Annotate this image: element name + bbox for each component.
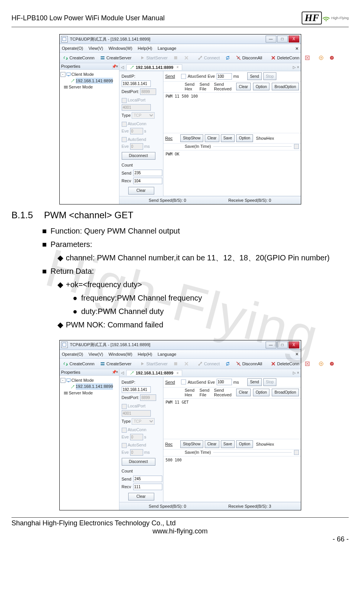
svg-point-18 [198, 364, 200, 366]
eve-label: Eve [208, 74, 215, 78]
eve-input[interactable] [217, 73, 232, 80]
ok-line: +ok=<frequency duty> [66, 280, 142, 289]
clear-count-button[interactable]: Clear [128, 493, 154, 500]
send-speed: Send Speed(B/S): 0 [149, 504, 186, 509]
options-icon[interactable] [317, 360, 326, 367]
send-option-button[interactable]: Option [253, 389, 269, 396]
disconn-all-button[interactable]: DisconnAll [234, 360, 264, 367]
send-button[interactable]: Send [247, 72, 261, 80]
rec-save-button[interactable]: Save [221, 134, 235, 142]
minimize-button[interactable]: — [266, 36, 276, 43]
rec-clear-button[interactable]: Clear [205, 440, 219, 448]
mdi-close-icon[interactable]: × [295, 46, 299, 51]
dest-ip-input[interactable] [122, 386, 151, 393]
auto-conn-eve-input [130, 128, 143, 134]
menu-help[interactable]: Help(H) [138, 46, 152, 51]
help-icon[interactable]: ? [327, 360, 336, 367]
menu-language[interactable]: Language [158, 46, 176, 51]
auto-send-label: AtuoSend [188, 74, 206, 78]
server-mode-node[interactable]: Server Mode [69, 390, 93, 396]
create-server-button[interactable]: CreateServer [98, 360, 133, 367]
menu-language[interactable]: Language [158, 352, 176, 356]
menu-operate[interactable]: Operate(O) [62, 46, 83, 51]
auto-send-checkbox-2[interactable] [181, 379, 186, 384]
create-conn-button[interactable]: CreateConnn [61, 54, 96, 61]
mdi-close-icon[interactable]: × [295, 351, 299, 357]
tab-scroll-right[interactable]: ▷ × [293, 371, 299, 375]
auto-send-checkbox [122, 137, 127, 142]
rec-clear-button[interactable]: Clear [205, 134, 219, 142]
send-option-button[interactable]: Option [253, 83, 269, 90]
maximize-button[interactable]: □ [277, 36, 288, 43]
connection-node[interactable]: 192.168.1.141:8899 [76, 383, 113, 390]
options-icon[interactable] [317, 54, 326, 61]
send-log[interactable]: PWM 11 500 100 [163, 93, 301, 133]
send-clear-button[interactable]: Clear [236, 83, 251, 90]
clear-count-button[interactable]: Clear [128, 187, 154, 195]
disconn-all-button[interactable]: DisconnAll [234, 54, 264, 61]
stop-show-button[interactable]: StopShow [180, 440, 203, 448]
reconnect-icon[interactable] [223, 54, 232, 61]
logo-wifi-icon [323, 14, 331, 22]
client-mode-node[interactable]: Client Mode [72, 71, 94, 78]
server-mode-node[interactable]: Server Mode [69, 84, 93, 90]
dest-ip-input[interactable] [122, 80, 151, 87]
expand-icon[interactable]: - [60, 378, 65, 383]
delete-conn-button[interactable]: DeleteConn [269, 360, 301, 367]
app-icon [61, 342, 68, 348]
footer-company: Shanghai High-Flying Electronics Technol… [11, 519, 349, 527]
eve-input[interactable] [217, 379, 232, 385]
pin-icon[interactable]: 📌 × [112, 370, 118, 374]
auto-send-checkbox-2[interactable] [181, 74, 186, 79]
delete-all-icon[interactable] [303, 54, 312, 61]
start-server-button: StartServer [138, 54, 170, 61]
delete-all-icon[interactable] [303, 360, 312, 367]
broad-option-button[interactable]: BroadOption [272, 83, 299, 90]
send-clear-button[interactable]: Clear [236, 389, 251, 396]
recv-log: 500 100 [163, 456, 301, 502]
rec-option-button[interactable]: Option [236, 440, 253, 448]
tab-close-icon[interactable]: × [176, 371, 179, 375]
tab-close-icon[interactable]: × [176, 65, 179, 69]
tab-scroll-left[interactable]: ◁ [121, 65, 124, 69]
delete-conn-button[interactable]: DeleteConn [269, 54, 301, 61]
expand-icon[interactable]: - [60, 72, 65, 77]
plug-icon [198, 55, 203, 60]
rec-option-button[interactable]: Option [236, 134, 253, 142]
connection-tab[interactable]: 192.168.1.141:8899× [126, 64, 182, 70]
broad-option-button[interactable]: BroadOption [272, 389, 299, 396]
stop-show-button[interactable]: StopShow [180, 134, 203, 142]
pin-icon[interactable]: 📌 × [112, 64, 118, 69]
tab-scroll-left[interactable]: ◁ [121, 371, 124, 375]
browse-button[interactable] [294, 144, 299, 149]
dest-port-input[interactable] [140, 394, 156, 401]
dest-port-input[interactable] [140, 88, 156, 95]
disconnect-button[interactable]: Disconnect [122, 458, 155, 466]
rec-save-button[interactable]: Save [221, 440, 235, 448]
section-title: PWM <channel> GET [44, 210, 133, 220]
create-server-button[interactable]: CreateServer [98, 54, 133, 61]
create-conn-button[interactable]: CreateConnn [61, 360, 96, 367]
menu-windows[interactable]: Windows(W) [108, 46, 132, 51]
close-button[interactable]: X [289, 342, 299, 348]
close-button[interactable]: X [289, 36, 299, 43]
maximize-button[interactable]: □ [277, 342, 288, 348]
connection-tab[interactable]: 192.168.1.141:8899× [126, 370, 182, 376]
help-icon[interactable]: ? [327, 54, 336, 61]
menu-operate[interactable]: Operate(O) [62, 352, 83, 356]
browse-button[interactable] [294, 450, 299, 455]
minimize-button[interactable]: — [266, 342, 276, 348]
client-mode-node[interactable]: Client Mode [72, 377, 94, 384]
menu-view[interactable]: View(V) [88, 352, 103, 356]
reconnect-icon[interactable] [223, 360, 232, 367]
disconnect-button[interactable]: Disconnect [122, 152, 155, 160]
connection-node[interactable]: 192.168.1.141:8899 [76, 78, 113, 84]
menu-help[interactable]: Help(H) [138, 352, 152, 356]
menu-windows[interactable]: Windows(W) [108, 352, 132, 356]
tab-scroll-right[interactable]: ▷ × [293, 65, 299, 69]
send-button[interactable]: Send [247, 378, 261, 386]
svg-point-22 [321, 363, 322, 364]
send-log[interactable]: PWM 11 GET [163, 399, 301, 439]
menu-view[interactable]: View(V) [88, 46, 103, 51]
send-count [133, 170, 162, 176]
